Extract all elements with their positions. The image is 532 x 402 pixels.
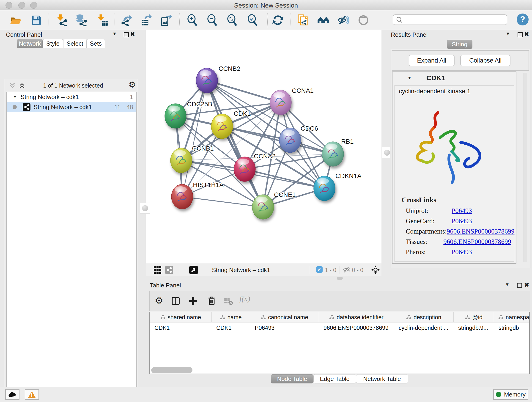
show-all-icon[interactable] — [357, 13, 370, 27]
network-collection-row[interactable]: ▼ String Network – cdk1 1 — [7, 92, 136, 102]
bottom-splitter-handle[interactable] — [337, 277, 343, 280]
show-columns-icon[interactable] — [171, 296, 181, 306]
column-header[interactable]: description — [394, 312, 454, 322]
network-graph[interactable]: CCNB2CCNA1CDC25BCDK1CDC6RB1CCNB1CCNA2CDK… — [146, 30, 381, 263]
network-view-title: String Network – cdk1 — [212, 267, 270, 274]
network-node-CDKN1A[interactable] — [314, 176, 335, 201]
crosslink-link[interactable]: P06493 — [452, 248, 472, 256]
network-node-CDK1[interactable] — [211, 114, 233, 139]
table-panel-menu-icon[interactable]: ▼ — [505, 282, 510, 287]
table-settings-gear-icon[interactable]: ⚙ — [155, 295, 163, 306]
export-table-icon[interactable] — [139, 13, 152, 27]
column-header[interactable]: @id — [454, 312, 494, 322]
network-options-gear-icon[interactable]: ⚙ — [128, 80, 136, 89]
network-node-RB1[interactable] — [322, 142, 344, 166]
tab-string[interactable]: String — [447, 40, 472, 49]
tab-style[interactable]: Style — [43, 39, 63, 48]
control-panel-menu-icon[interactable]: ▼ — [112, 31, 117, 36]
expand-all-button[interactable]: Expand All — [409, 55, 455, 66]
crosslink-link[interactable]: P06493 — [452, 217, 472, 225]
network-node-CCNE1[interactable] — [252, 195, 274, 219]
network-canvas[interactable]: CCNB2CCNA1CDC25BCDK1CDC6RB1CCNB1CCNA2CDK… — [146, 30, 381, 263]
import-table-from-file-icon[interactable] — [96, 13, 109, 27]
table-panel-float-icon[interactable] — [517, 283, 522, 288]
table-cell[interactable]: CDK1 — [212, 322, 250, 333]
network-node-CDC25B[interactable] — [165, 104, 186, 128]
network-node-CDC6[interactable] — [279, 128, 301, 153]
column-header[interactable]: name — [212, 312, 250, 322]
create-column-plus-icon[interactable] — [188, 296, 198, 306]
grid-view-icon[interactable] — [153, 266, 162, 274]
delete-column-trash-icon[interactable] — [206, 295, 217, 306]
network-node-CCNB2[interactable] — [196, 68, 218, 93]
birds-eye-view-icon[interactable] — [371, 265, 380, 274]
tab-network[interactable]: Network — [17, 39, 43, 48]
control-panel-float-icon[interactable] — [124, 32, 129, 37]
import-network-from-file-icon[interactable] — [56, 13, 69, 27]
tab-node-table[interactable]: Node Table — [271, 374, 313, 383]
zoom-in-icon[interactable] — [186, 13, 199, 27]
control-panel-close-icon[interactable]: ✖ — [130, 31, 135, 38]
tab-network-table[interactable]: Network Table — [356, 374, 408, 383]
crosslink-link[interactable]: 9606.ENSP00000378699 — [443, 238, 511, 245]
table-cell[interactable]: stringdb:9... — [454, 322, 494, 333]
expand-all-icon[interactable] — [19, 83, 25, 89]
export-image-icon[interactable] — [159, 13, 172, 27]
table-cell[interactable]: cyclin-dependent ... — [394, 322, 454, 333]
crosslink-link[interactable]: 9606.ENSP00000378699 — [447, 228, 515, 235]
zoom-fit-content-icon[interactable] — [226, 13, 239, 27]
cloud-status-button[interactable] — [5, 389, 19, 400]
column-header[interactable]: canonical name — [250, 312, 319, 322]
crosslink-label: Uniprot: — [406, 207, 452, 215]
network-edge-HIST1H1A-CCNE1[interactable] — [182, 197, 263, 207]
refresh-view-icon[interactable] — [271, 13, 285, 27]
zoom-out-icon[interactable] — [206, 13, 219, 27]
help-icon[interactable]: ? — [517, 13, 529, 26]
network-node-HIST1H1A[interactable] — [171, 184, 193, 209]
table-horizontal-scrollbar[interactable] — [151, 367, 192, 373]
column-header[interactable]: database identifier — [319, 312, 394, 322]
open-session-icon[interactable] — [9, 13, 22, 27]
save-session-icon[interactable] — [30, 13, 43, 27]
results-panel-close-icon[interactable]: ✖ — [524, 31, 529, 38]
column-header[interactable]: namespace — [494, 312, 530, 322]
table-cell[interactable]: P06493 — [250, 322, 319, 333]
export-network-icon[interactable] — [120, 13, 133, 27]
search-input[interactable] — [393, 14, 507, 25]
import-network-from-database-icon[interactable] — [75, 13, 88, 27]
tab-select[interactable]: Select — [63, 39, 87, 48]
results-scrollbar[interactable] — [524, 73, 527, 262]
table-row[interactable]: CDK1CDK1P064939606.ENSP00000378699cyclin… — [150, 322, 529, 333]
tree-expander-icon[interactable]: ▼ — [13, 95, 17, 99]
network-node-CCNA1[interactable] — [270, 90, 291, 115]
crosslink-link[interactable]: P06493 — [452, 207, 472, 215]
left-splitter-handle[interactable] — [140, 203, 150, 214]
tab-edge-table[interactable]: Edge Table — [313, 374, 356, 383]
table-panel-close-icon[interactable]: ✖ — [524, 281, 529, 288]
network-node-CCNA2[interactable] — [234, 157, 255, 182]
open-in-window-icon[interactable] — [189, 266, 198, 274]
hide-selected-icon[interactable] — [337, 13, 350, 27]
tab-sets[interactable]: Sets — [87, 39, 105, 48]
selected-nodes-checkbox-icon[interactable]: ✓ — [316, 266, 323, 273]
network-view-share-icon[interactable] — [165, 266, 173, 274]
memory-button[interactable]: Memory — [493, 389, 528, 400]
network-view-toolbar: String Network – cdk1 ✓ 1 - 0 0 - 0 — [146, 263, 381, 276]
table-cell[interactable]: stringdb — [494, 322, 530, 333]
network-edge-CCNB2-CCNA1[interactable] — [207, 80, 281, 102]
collapse-all-button[interactable]: Collapse All — [460, 55, 510, 66]
gene-expander-icon[interactable]: ▼ — [407, 75, 412, 80]
network-edge-CCNB2-HIST1H1A[interactable] — [182, 80, 207, 197]
results-panel-menu-icon[interactable]: ▼ — [506, 31, 510, 36]
new-network-from-selection-icon[interactable] — [296, 13, 310, 27]
results-panel-float-icon[interactable] — [518, 32, 523, 37]
warning-status-button[interactable] — [25, 389, 39, 400]
table-cell[interactable]: CDK1 — [150, 322, 212, 333]
first-neighbors-icon[interactable] — [317, 13, 330, 27]
collapse-all-icon[interactable] — [9, 83, 16, 89]
zoom-selected-icon[interactable] — [246, 13, 259, 27]
network-node-CCNB1[interactable] — [171, 148, 192, 173]
column-header[interactable]: shared name — [150, 312, 212, 322]
network-row-selected[interactable]: String Network – cdk1 11 48 — [7, 102, 136, 112]
table-cell[interactable]: 9606.ENSP00000378699 — [319, 322, 394, 333]
